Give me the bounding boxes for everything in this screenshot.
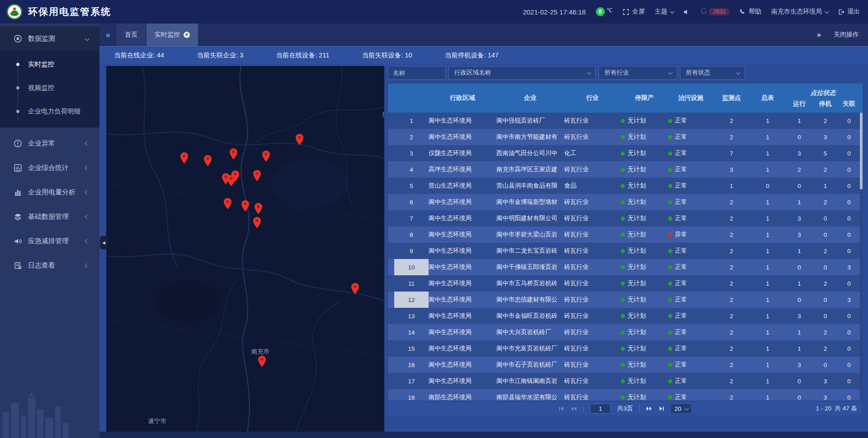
status-dot-icon (621, 135, 625, 139)
org-dropdown[interactable]: 南充市生态环境局 (771, 8, 828, 16)
sidebar-item[interactable]: 日志查看 (0, 253, 99, 278)
industry-filter-select[interactable]: 所有行业 (599, 66, 677, 80)
table-row[interactable]: 4高坪生态环境局南充市高坪区王家店建砖瓦行业无计划正常31220 (388, 161, 863, 178)
enterprise-cell: 西南油气田分公司川中 (496, 149, 564, 157)
map-pin[interactable] (255, 203, 262, 214)
map-pin[interactable] (253, 170, 261, 181)
map-pin[interactable] (224, 198, 231, 209)
page-input[interactable] (590, 404, 611, 414)
table-row[interactable]: 11阆中生态环境局阆中市五马桥页岩机砖砖瓦行业无计划正常21120 (388, 275, 863, 292)
table-row[interactable]: 7阆中生态环境局阆中明阳建材有限公司砖瓦行业无计划正常21300 (388, 210, 863, 226)
table-row[interactable]: 12阆中生态环境局阆中市忠信建材有限公砖瓦行业无计划正常21003 (388, 292, 863, 308)
sidebar-item[interactable]: 企业异常 (0, 131, 99, 155)
page-size-select[interactable]: 20 (670, 404, 692, 414)
row-number-cell: 14 (394, 324, 429, 340)
prev-page-button[interactable] (571, 406, 577, 411)
logout-button[interactable]: 退出 (838, 8, 860, 16)
table-row[interactable]: 3仪陇生态环境局西南油气田分公司川中化工无计划正常71350 (388, 145, 863, 161)
table-row[interactable]: 8阆中生态环境局阆中市枣碧大梁山页岩砖瓦行业无计划异常21300 (388, 226, 863, 243)
lost-count-cell: 0 (838, 378, 860, 385)
theme-dropdown[interactable]: 主题 (655, 8, 673, 16)
sidebar-item[interactable]: 企业用电量分析 (0, 180, 99, 204)
map-panel[interactable]: 巴中市南充市遂宁市 (106, 66, 384, 432)
lost-count-cell: 0 (838, 134, 860, 141)
meter-count-cell: 1 (750, 199, 786, 206)
tab[interactable]: 首页 (117, 24, 146, 46)
table-scrollbar[interactable] (860, 113, 863, 400)
chevron-left-icon (85, 190, 90, 194)
enterprise-cell: 阆中市南方节能建材有 (496, 133, 564, 141)
map-pin[interactable] (296, 134, 303, 145)
sidebar-item[interactable]: 基础数据管理 (0, 204, 99, 229)
tab-close-icon[interactable]: × (184, 32, 190, 38)
tabs-scroll-left-icon[interactable]: « (106, 30, 110, 40)
monitor-count-cell: 2 (713, 280, 750, 287)
sidebar-subitem[interactable]: 企业电力负荷明细 (0, 99, 99, 123)
table-row[interactable]: 1阆中生态环境局阆中强锐页岩砖厂砖瓦行业无计划正常21120 (388, 113, 863, 129)
sidebar-subitem[interactable]: 实时监控 (0, 52, 99, 76)
halt-count-cell: 2 (813, 329, 838, 336)
run-count-cell: 1 (786, 329, 813, 336)
facility-status-cell: 正常 (668, 165, 713, 174)
sidebar-item[interactable]: 企业综合统计 (0, 155, 99, 180)
table-row[interactable]: 18南部生态环境局南部县瑞华水泥有限公砖瓦行业无计划正常21030 (388, 389, 863, 400)
enterprise-cell: 阆中市枣碧大梁山页岩 (496, 231, 564, 239)
last-page-button[interactable] (659, 406, 664, 411)
industry-cell: 砖瓦行业 (564, 279, 621, 287)
close-actions-dropdown[interactable]: 关闭操作 (834, 31, 859, 39)
table-row[interactable]: 13阆中生态环境局阆中市金福旺页岩机砖砖瓦行业无计划正常21300 (388, 308, 863, 324)
halt-count-cell: 0 (813, 297, 838, 303)
enterprise-cell: 阆中市金博瑞新型墙材 (496, 198, 564, 206)
tabs-scroll-right-icon[interactable]: » (817, 31, 821, 39)
notifications-button[interactable]: 2632 (700, 7, 730, 16)
map-pin[interactable] (351, 283, 359, 294)
table-row[interactable]: 15阆中生态环境局阆中市光富页岩机砖厂砖瓦行业无计划正常21120 (388, 340, 863, 357)
table-row[interactable]: 16阆中生态环境局阆中市石子页岩机砖厂砖瓦行业无计划正常21300 (388, 357, 863, 373)
map-pin[interactable] (262, 151, 270, 162)
table-row[interactable]: 17阆中生态环境局阆中市江南镇阆南页岩砖瓦行业无计划正常21030 (388, 373, 863, 389)
map-pin[interactable] (180, 152, 188, 164)
facility-status-cell: 正常 (668, 133, 713, 141)
map-pin[interactable] (241, 200, 249, 212)
table-row[interactable]: 9阆中生态环境局阆中市二龙长宝页岩砖砖瓦行业无计划正常21120 (388, 243, 863, 259)
table-row[interactable]: 5营山生态环境局营山县润丰肉食品有限食品无计划正常10010 (388, 178, 863, 194)
monitor-count-cell: 2 (713, 134, 750, 141)
first-page-button[interactable] (559, 406, 564, 411)
table-row[interactable]: 10阆中生态环境局阆中千佛镇五郎垭页岩砖瓦行业无计划正常21003 (388, 259, 863, 275)
next-page-button[interactable] (646, 406, 652, 411)
industry-cell: 砖瓦行业 (564, 133, 621, 141)
sound-button[interactable] (683, 9, 690, 15)
map-pin[interactable] (230, 148, 237, 160)
table-row[interactable]: 2阆中生态环境局阆中市南方节能建材有砖瓦行业无计划正常21030 (388, 129, 863, 145)
status-filter-select[interactable]: 所有状态 (680, 66, 745, 80)
tab[interactable]: 实时监控× (146, 24, 198, 46)
map-pin[interactable] (204, 155, 212, 166)
column-header: 行政区域 (429, 94, 496, 102)
industry-cell: 砖瓦行业 (564, 377, 621, 385)
halt-count-cell: 0 (813, 215, 838, 222)
halt-count-cell: 5 (813, 150, 838, 157)
table-row[interactable]: 14阆中生态环境局阆中大兴页岩机砖厂砖瓦行业无计划正常21120 (388, 324, 863, 340)
status-dot-icon (668, 200, 672, 204)
region-cell: 阆中生态环境局 (429, 328, 496, 336)
meter-count-cell: 1 (750, 248, 786, 254)
table-row[interactable]: 6阆中生态环境局阆中市金博瑞新型墙材砖瓦行业无计划正常21120 (388, 194, 863, 210)
run-count-cell: 0 (786, 297, 813, 303)
region-filter-select[interactable]: 行政区域名称 (448, 66, 596, 80)
status-dot-icon (621, 347, 625, 351)
map-pin[interactable] (258, 356, 266, 367)
name-filter-input[interactable] (388, 66, 446, 80)
sidebar-item[interactable]: 应急减排管理 (0, 229, 99, 253)
sidebar-item[interactable]: 数据监测 (0, 26, 99, 51)
status-dot-icon (621, 282, 625, 286)
halt-count-cell: 2 (813, 345, 838, 352)
map-pin[interactable] (231, 170, 239, 182)
sidebar-item-label: 企业用电量分析 (28, 188, 85, 197)
monitor-count-cell: 2 (713, 264, 750, 271)
sidebar-subitem[interactable]: 视频监控 (0, 76, 99, 99)
map-pin[interactable] (253, 217, 261, 228)
help-button[interactable]: 帮助 (740, 8, 761, 16)
map-collapse-button[interactable]: ◀ (100, 236, 108, 250)
scrollbar-thumb[interactable] (860, 113, 863, 189)
fullscreen-button[interactable]: 全屏 (623, 8, 645, 16)
